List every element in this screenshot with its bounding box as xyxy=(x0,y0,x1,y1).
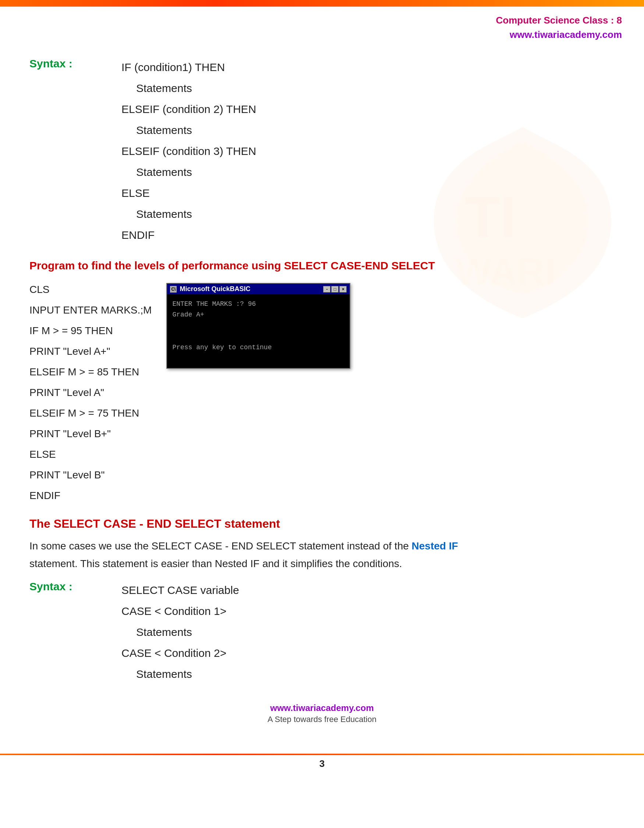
syntax2-line-3: Statements xyxy=(136,621,239,643)
syntax2-content: SELECT CASE variable CASE < Condition 1>… xyxy=(121,580,239,684)
select-case-heading: The SELECT CASE - END SELECT statement xyxy=(30,517,614,531)
footer: www.tiwariacademy.com A Step towards fre… xyxy=(30,699,614,724)
page-number: 3 xyxy=(0,755,644,772)
code-line-print2: PRINT "Level A" xyxy=(30,383,152,403)
syntax2-line-5: Statements xyxy=(136,663,239,684)
code-line-cls: CLS xyxy=(30,279,152,300)
syntax2-label: Syntax : xyxy=(30,580,121,593)
header-url: www.tiwariacademy.com xyxy=(496,28,622,42)
header-title: Computer Science Class : 8 xyxy=(496,13,622,28)
syntax-line-5: ELSEIF (condition 3) THEN xyxy=(121,141,256,162)
qbasic-output-line2: Grade A+ xyxy=(172,309,345,320)
syntax-line-2: Statements xyxy=(136,78,256,99)
qbasic-maximize-btn[interactable]: □ xyxy=(331,286,338,293)
code-line-endif: ENDIF xyxy=(30,485,152,506)
code-line-input: INPUT ENTER MARKS.;M xyxy=(30,300,152,320)
header-text: Computer Science Class : 8 www.tiwariaca… xyxy=(496,13,622,42)
qbasic-titlebar-left: C\ Microsoft QuickBASIC xyxy=(170,285,250,293)
footer-url: www.tiwariacademy.com xyxy=(30,703,614,713)
code-line-print1: PRINT "Level A+" xyxy=(30,341,152,362)
description: In some cases we use the SELECT CASE - E… xyxy=(30,537,614,572)
qbasic-title: Microsoft QuickBASIC xyxy=(180,285,250,293)
nested-if-link: Nested IF xyxy=(412,540,458,552)
top-decorative-bar xyxy=(0,0,644,6)
code-line-if1: IF M > = 95 THEN xyxy=(30,320,152,341)
syntax-line-7: ELSE xyxy=(121,182,256,204)
program-heading: Program to find the levels of performanc… xyxy=(30,258,614,273)
code-area: CLS INPUT ENTER MARKS.;M IF M > = 95 THE… xyxy=(30,279,614,506)
qbasic-output-line1: ENTER THE MARKS :? 96 xyxy=(172,299,345,309)
syntax-line-6: Statements xyxy=(136,162,256,182)
syntax2-line-2: CASE < Condition 1> xyxy=(121,601,239,621)
qbasic-icon: C\ xyxy=(170,286,177,293)
syntax-label: Syntax : xyxy=(30,56,121,70)
syntax2-line-4: CASE < Condition 2> xyxy=(121,643,239,663)
description-line1: In some cases we use the SELECT CASE - E… xyxy=(30,540,412,552)
code-line-elseif2: ELSEIF M > = 75 THEN xyxy=(30,403,152,423)
footer-tagline: A Step towards free Education xyxy=(30,715,614,724)
code-lines: CLS INPUT ENTER MARKS.;M IF M > = 95 THE… xyxy=(30,279,152,506)
main-content: Syntax : IF (condition1) THEN Statements… xyxy=(0,45,644,746)
description-line2: statement. This statement is easier than… xyxy=(30,558,402,569)
header: Computer Science Class : 8 www.tiwariaca… xyxy=(0,6,644,45)
code-line-print4: PRINT "Level B" xyxy=(30,465,152,485)
syntax2-line-1: SELECT CASE variable xyxy=(121,580,239,601)
syntax2-section: Syntax : SELECT CASE variable CASE < Con… xyxy=(30,580,614,684)
syntax-line-3: ELSEIF (condition 2) THEN xyxy=(121,99,256,119)
qbasic-minimize-btn[interactable]: - xyxy=(323,286,331,293)
qbasic-close-btn[interactable]: × xyxy=(339,286,347,293)
code-line-else: ELSE xyxy=(30,444,152,465)
code-line-elseif1: ELSEIF M > = 85 THEN xyxy=(30,362,152,383)
syntax-content: IF (condition1) THEN Statements ELSEIF (… xyxy=(121,56,256,245)
code-line-print3: PRINT "Level B+" xyxy=(30,423,152,444)
qbasic-body: ENTER THE MARKS :? 96 Grade A+ Press any… xyxy=(167,295,349,368)
syntax-section: Syntax : IF (condition1) THEN Statements… xyxy=(30,56,614,245)
syntax-line-9: ENDIF xyxy=(121,224,256,245)
syntax-line-4: Statements xyxy=(136,119,256,141)
syntax-line-8: Statements xyxy=(136,204,256,224)
qbasic-controls: - □ × xyxy=(323,286,347,293)
qbasic-press-key: Press any key to continue xyxy=(172,342,345,353)
qbasic-window: C\ Microsoft QuickBASIC - □ × ENTER THE … xyxy=(166,283,350,369)
qbasic-titlebar: C\ Microsoft QuickBASIC - □ × xyxy=(167,284,349,295)
syntax-line-1: IF (condition1) THEN xyxy=(121,56,256,78)
